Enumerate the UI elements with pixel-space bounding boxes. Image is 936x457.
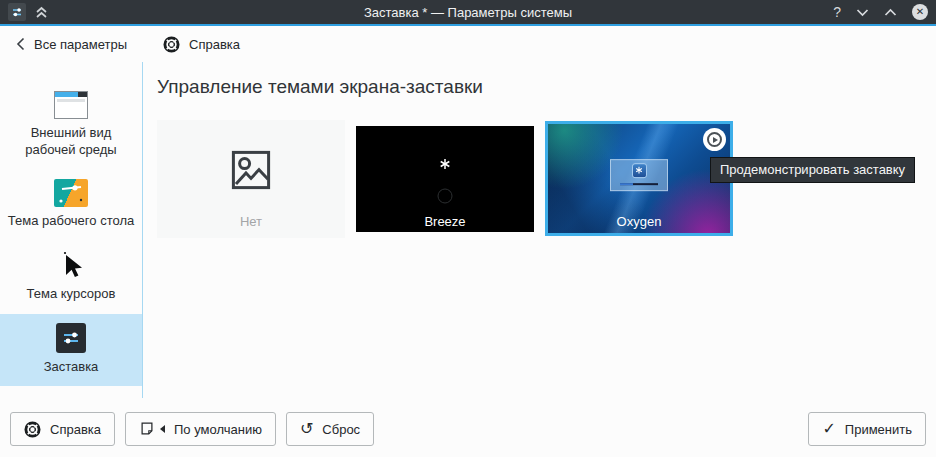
theme-tile-oxygen[interactable]: Oxygen xyxy=(545,121,733,236)
window-title: Заставка * — Параметры системы xyxy=(0,5,936,20)
theme-name: Breeze xyxy=(356,214,534,229)
keep-above-icon[interactable] xyxy=(35,6,48,19)
sidebar-item-cursor-theme[interactable]: Тема курсоров xyxy=(0,241,142,314)
window-body: Внешний вид рабочей среды Тема рабочего … xyxy=(0,62,936,398)
defaults-button-label: По умолчанию xyxy=(174,422,262,437)
help-button-label: Справка xyxy=(50,422,101,437)
undo-icon: ↺ xyxy=(300,421,313,437)
system-settings-window: Заставка * — Параметры системы ? ✕ Все п… xyxy=(0,0,936,457)
document-revert-icon xyxy=(139,421,155,437)
minimize-icon[interactable] xyxy=(856,8,869,17)
sidebar-item-label: Тема курсоров xyxy=(27,286,116,303)
back-label: Все параметры xyxy=(34,37,127,52)
close-icon[interactable]: ✕ xyxy=(912,4,928,20)
apply-button-label: Применить xyxy=(845,422,912,437)
tooltip: Продемонстрировать заставку xyxy=(710,157,915,183)
sidebar-item-label: Внешний вид рабочей среды xyxy=(7,125,135,159)
sliders-icon xyxy=(11,6,23,18)
back-all-settings-button[interactable]: Все параметры xyxy=(16,37,127,52)
cursor-theme-icon xyxy=(58,250,84,280)
theme-tile-breeze[interactable]: Breeze xyxy=(356,126,534,232)
reset-button[interactable]: ↺ Сброс xyxy=(286,412,374,446)
preview-play-button[interactable] xyxy=(703,128,726,151)
login-dialog-preview xyxy=(610,159,668,191)
theme-name: Нет xyxy=(157,214,345,229)
titlebar-help-button[interactable]: ? xyxy=(833,4,841,20)
arrow-left-icon xyxy=(160,425,165,433)
theme-tile-none[interactable]: Нет xyxy=(157,120,345,238)
avatar-placeholder xyxy=(438,188,453,203)
sidebar: Внешний вид рабочей среды Тема рабочего … xyxy=(0,62,143,398)
screen-locker-icon xyxy=(56,323,86,353)
help-button[interactable]: Справка xyxy=(10,412,115,446)
main-content: Управление темами экрана-заставки Нет xyxy=(143,62,936,398)
image-placeholder-icon xyxy=(227,146,275,194)
reset-button-label: Сброс xyxy=(322,422,360,437)
kde-spark-icon xyxy=(439,158,451,170)
toolbar-help-label: Справка xyxy=(189,37,240,52)
titlebar: Заставка * — Параметры системы ? ✕ xyxy=(0,0,936,26)
password-field-preview xyxy=(620,183,658,185)
chevron-left-icon xyxy=(16,37,25,51)
maximize-icon[interactable] xyxy=(884,8,897,17)
sidebar-item-screen-locker[interactable]: Заставка xyxy=(0,314,142,387)
lifebuoy-help-icon xyxy=(163,36,180,53)
checkmark-icon: ✓ xyxy=(822,421,835,437)
sidebar-item-desktop-theme[interactable]: Тема рабочего стола xyxy=(0,170,142,241)
desktop-appearance-icon xyxy=(54,91,88,119)
theme-name: Oxygen xyxy=(548,214,730,229)
sidebar-item-workspace-appearance[interactable]: Внешний вид рабочей среды xyxy=(0,82,142,170)
defaults-button[interactable]: По умолчанию xyxy=(125,412,276,446)
app-icon-screen-locker[interactable] xyxy=(8,3,26,21)
sidebar-item-label: Тема рабочего стола xyxy=(8,213,134,230)
toolbar-help-button[interactable]: Справка xyxy=(163,36,240,53)
sidebar-item-label: Заставка xyxy=(44,359,99,376)
page-title: Управление темами экрана-заставки xyxy=(157,76,936,98)
toolbar: Все параметры Справка xyxy=(0,26,936,62)
kde-logo-icon xyxy=(632,163,647,178)
apply-button[interactable]: ✓ Применить xyxy=(808,412,926,446)
play-icon xyxy=(707,132,722,147)
lifebuoy-help-icon xyxy=(24,421,41,438)
desktop-theme-icon xyxy=(54,179,88,207)
footer-buttons: Справка По умолчанию ↺ Сброс ✓ Применить xyxy=(0,398,936,455)
